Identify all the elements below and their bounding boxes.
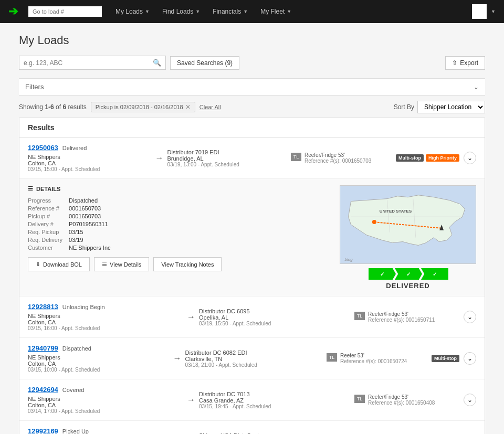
svg-text:bing: bing — [345, 257, 353, 262]
delivered-progress: ✓ ✓ ✓ — [340, 268, 476, 280]
details-right-0: bing UNITED STATES ✓ ✓ ✓ DELIVERED — [340, 185, 476, 290]
details-grid-0: Progress Dispatched Reference # 00016507… — [28, 197, 333, 251]
clear-all-button[interactable]: Clear All — [200, 104, 221, 110]
load-status-0: Delivered — [62, 145, 87, 151]
load-id-3[interactable]: 12942694 — [28, 386, 58, 394]
navbar-right: ▼ — [472, 4, 496, 19]
load-origin-name-1: NE Shippers — [28, 313, 183, 319]
load-info-0: 12950063 Delivered NE Shippers Colton, C… — [28, 144, 152, 172]
navbar: ➔ My Loads ▼ Find Loads ▼ Financials ▼ M… — [0, 0, 504, 23]
load-info-3: 12942694 Covered NE Shippers Colton, CA … — [28, 386, 183, 414]
chevron-down-icon: ▼ — [243, 9, 248, 14]
view-tracking-button[interactable]: View Tracking Notes — [153, 257, 222, 271]
equip-icon-0: TL — [291, 153, 301, 161]
load-id-1[interactable]: 12928813 — [28, 303, 58, 311]
search-bar: 🔍 Saved Searches (9) ⇧ Export — [19, 56, 485, 70]
load-id-2[interactable]: 12940799 — [28, 344, 58, 352]
nav-my-fleet[interactable]: My Fleet ▼ — [255, 5, 297, 18]
user-avatar[interactable] — [472, 4, 487, 19]
chevron-down-icon: ▼ — [287, 9, 291, 14]
req-delivery-val: 03/19 — [69, 237, 333, 243]
arrow-icon-2: → — [170, 354, 185, 363]
logo-icon: ➔ — [8, 5, 18, 18]
user-chevron-icon[interactable]: ▼ — [491, 9, 496, 14]
equip-type-0: Reefer/Fridge 53' — [304, 152, 371, 158]
arrow-icon-1: → — [183, 312, 199, 322]
load-row-main-0[interactable]: 12950063 Delivered NE Shippers Colton, C… — [19, 137, 485, 178]
details-panel-0: ☰ DETAILS Progress Dispatched Reference … — [19, 178, 485, 296]
search-input-wrapper[interactable]: 🔍 — [19, 56, 166, 70]
pickup-filter-tag: Pickup is 02/09/2018 - 02/16/2018 ✕ — [91, 102, 195, 112]
load-origin-name-0: NE Shippers — [28, 154, 152, 160]
load-dest-name-0: Distributor 7019 EDI — [167, 149, 291, 155]
chevron-down-icon: ▼ — [145, 9, 150, 14]
ref-val: 0001650703 — [69, 205, 333, 211]
filters-chevron-icon[interactable]: ⌄ — [474, 83, 479, 91]
equip-section-1: TL Reefer/Fridge 53' Reference #(s): 000… — [354, 311, 459, 323]
expand-button-1[interactable]: ⌄ — [464, 311, 476, 323]
download-bol-button[interactable]: ⇓ Download BOL — [28, 257, 90, 271]
load-id-4[interactable]: 12992169 — [28, 427, 58, 434]
expand-button-2[interactable]: ⌄ — [464, 352, 476, 365]
load-row: 12950063 Delivered NE Shippers Colton, C… — [19, 137, 485, 297]
showing-count: Showing 1-6 of 6 results — [19, 103, 87, 111]
load-info-1: 12928813 Unloading Begin NE Shippers Col… — [28, 303, 183, 331]
nav-financials[interactable]: Financials ▼ — [207, 5, 253, 18]
view-details-button[interactable]: ☰ View Details — [94, 257, 149, 271]
saved-searches-button[interactable]: Saved Searches (9) — [170, 56, 239, 70]
progress-step-1: ✓ — [369, 268, 396, 280]
equip-section-2: TL Reefer 53' Reference #(s): 0001650724 — [327, 353, 432, 364]
filters-bar: Filters ⌄ — [19, 78, 485, 96]
equip-section-3: TL Reefer/Fridge 53' Reference #(s): 000… — [354, 394, 459, 406]
download-icon: ⇓ — [36, 261, 40, 268]
remove-filter-button[interactable]: ✕ — [185, 103, 191, 111]
load-dest-4: Shipper USA Dist. Center Chandler, AZ 03… — [199, 432, 354, 435]
delivery-key: Delivery # — [28, 221, 62, 227]
equip-ref-0: Reference #(s): 0001650703 — [304, 158, 371, 164]
load-origin-date-1: 03/15, 16:00 - Appt. Scheduled — [28, 325, 183, 331]
load-row-main-1[interactable]: 12928813 Unloading Begin NE Shippers Col… — [19, 297, 485, 337]
highpriority-badge-0: High Priority — [426, 154, 459, 162]
details-left-0: ☰ DETAILS Progress Dispatched Reference … — [28, 185, 333, 290]
sort-select[interactable]: Shipper Location — [417, 101, 485, 113]
details-actions-0: ⇓ Download BOL ☰ View Details View Track… — [28, 257, 333, 271]
load-dest-0: Distributor 7019 EDI Brundidge, AL 03/19… — [167, 149, 291, 167]
load-dest-date-0: 03/19, 13:00 - Appt. Scheduled — [167, 162, 291, 167]
load-dest-2: Distributor DC 6082 EDI Clarksville, TN … — [185, 350, 327, 368]
nav-menu: My Loads ▼ Find Loads ▼ Financials ▼ My … — [110, 5, 297, 18]
load-row-main-4[interactable]: 12992169 Picked Up NE Shippers Colton, C… — [19, 421, 485, 434]
load-origin-city-1: Colton, CA — [28, 319, 183, 325]
badges-0: Multi-stop High Priority — [396, 154, 459, 162]
expand-button-3[interactable]: ⌄ — [464, 394, 476, 406]
load-search-input[interactable] — [28, 6, 102, 17]
nav-my-loads[interactable]: My Loads ▼ — [110, 5, 155, 18]
arrow-icon-3: → — [183, 395, 199, 405]
arrow-icon-0: → — [152, 153, 167, 163]
load-row-main-2[interactable]: 12940799 Dispatched NE Shippers Colton, … — [19, 338, 485, 379]
sort-by-section: Sort By Shipper Location — [394, 101, 485, 113]
customer-val: NE Shippers Inc — [69, 245, 333, 251]
search-input[interactable] — [24, 59, 153, 67]
chevron-down-icon: ▼ — [195, 9, 200, 14]
load-status-3: Covered — [62, 387, 85, 393]
results-header: Results — [19, 118, 485, 137]
page-title: My Loads — [19, 34, 485, 47]
load-row-2: 12940799 Dispatched NE Shippers Colton, … — [19, 338, 485, 379]
showing-bar: Showing 1-6 of 6 results Pickup is 02/09… — [19, 101, 485, 113]
map-container-0: bing UNITED STATES — [340, 185, 476, 264]
load-id-0[interactable]: 12950063 — [28, 144, 58, 152]
expand-button-0[interactable]: ⌄ — [464, 152, 476, 164]
multistop-badge-2: Multi-stop — [432, 355, 459, 362]
equip-section-0: TL Reefer/Fridge 53' Reference #(s): 000… — [291, 152, 396, 164]
search-icon[interactable]: 🔍 — [153, 59, 161, 67]
delivered-label: DELIVERED — [340, 282, 476, 290]
progress-key: Progress — [28, 197, 62, 204]
load-row-1: 12928813 Unloading Begin NE Shippers Col… — [19, 297, 485, 338]
load-dest-city-0: Brundidge, AL — [167, 155, 291, 162]
load-info-4: 12992169 Picked Up NE Shippers Colton, C… — [28, 427, 183, 434]
load-row-main-3[interactable]: 12942694 Covered NE Shippers Colton, CA … — [19, 379, 485, 420]
progress-step-2: ✓ — [395, 268, 422, 280]
nav-find-loads[interactable]: Find Loads ▼ — [157, 5, 205, 18]
filters-label: Filters — [25, 83, 44, 91]
export-button[interactable]: ⇧ Export — [445, 56, 485, 70]
